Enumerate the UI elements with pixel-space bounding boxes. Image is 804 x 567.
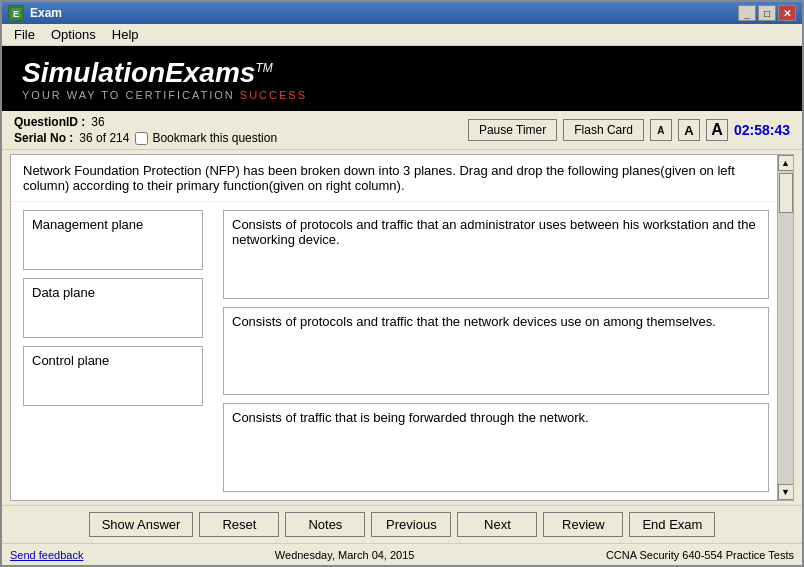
logo: SimulationExamsTM YOUR WAY TO CERTIFICAT… <box>22 57 307 101</box>
drag-drop-area: Management plane Data plane Control plan… <box>11 202 793 500</box>
scroll-thumb[interactable] <box>779 173 793 213</box>
flash-card-button[interactable]: Flash Card <box>563 119 644 141</box>
menu-help[interactable]: Help <box>104 25 147 44</box>
font-small-button[interactable]: A <box>650 119 672 141</box>
app-icon: E <box>8 5 24 21</box>
scroll-down-button[interactable]: ▼ <box>778 484 794 500</box>
description-management[interactable]: Consists of protocols and traffic that a… <box>223 210 769 299</box>
plane-item-data[interactable]: Data plane <box>23 278 203 338</box>
minimize-button[interactable]: _ <box>738 5 756 21</box>
bookmark-checkbox[interactable] <box>135 132 148 145</box>
content-area: Network Foundation Protection (NFP) has … <box>10 154 794 501</box>
menu-file[interactable]: File <box>6 25 43 44</box>
reset-button[interactable]: Reset <box>199 512 279 537</box>
status-exam-name: CCNA Security 640-554 Practice Tests <box>606 549 794 561</box>
serial-value: 36 of 214 <box>79 131 129 145</box>
feedback-link[interactable]: Send feedback <box>10 549 83 561</box>
serial-row: Serial No : 36 of 214 Bookmark this ques… <box>14 131 277 145</box>
status-date: Wednesday, March 04, 2015 <box>103 549 586 561</box>
maximize-button[interactable]: □ <box>758 5 776 21</box>
brand-name: SimulationExamsTM <box>22 57 307 89</box>
question-text: Network Foundation Protection (NFP) has … <box>11 155 793 202</box>
plane-item-management[interactable]: Management plane <box>23 210 203 270</box>
pause-timer-button[interactable]: Pause Timer <box>468 119 557 141</box>
main-window: E Exam _ □ ✕ File Options Help Simulatio… <box>0 0 804 567</box>
close-button[interactable]: ✕ <box>778 5 796 21</box>
description-control[interactable]: Consists of traffic that is being forwar… <box>223 403 769 492</box>
info-bar: QuestionID : 36 Serial No : 36 of 214 Bo… <box>2 111 802 150</box>
next-button[interactable]: Next <box>457 512 537 537</box>
question-id-label: QuestionID : <box>14 115 85 129</box>
serial-label: Serial No : <box>14 131 73 145</box>
bottom-toolbar: Show Answer Reset Notes Previous Next Re… <box>2 505 802 543</box>
title-bar: E Exam _ □ ✕ <box>2 2 802 24</box>
info-controls: Pause Timer Flash Card A A A 02:58:43 <box>468 119 790 141</box>
question-id-row: QuestionID : 36 <box>14 115 277 129</box>
font-medium-button[interactable]: A <box>678 119 700 141</box>
right-column: Consists of protocols and traffic that a… <box>223 210 769 492</box>
menu-bar: File Options Help <box>2 24 802 46</box>
window-controls: _ □ ✕ <box>738 5 796 21</box>
end-exam-button[interactable]: End Exam <box>629 512 715 537</box>
svg-text:E: E <box>13 9 19 19</box>
logo-area: SimulationExamsTM YOUR WAY TO CERTIFICAT… <box>2 46 802 111</box>
bookmark-area: Bookmark this question <box>135 131 277 145</box>
font-large-button[interactable]: A <box>706 119 728 141</box>
description-data[interactable]: Consists of protocols and traffic that t… <box>223 307 769 396</box>
plane-item-control[interactable]: Control plane <box>23 346 203 406</box>
status-bar: Send feedback Wednesday, March 04, 2015 … <box>2 543 802 565</box>
notes-button[interactable]: Notes <box>285 512 365 537</box>
previous-button[interactable]: Previous <box>371 512 451 537</box>
scroll-up-button[interactable]: ▲ <box>778 155 794 171</box>
menu-options[interactable]: Options <box>43 25 104 44</box>
show-answer-button[interactable]: Show Answer <box>89 512 194 537</box>
timer-display: 02:58:43 <box>734 122 790 138</box>
question-id-value: 36 <box>91 115 104 129</box>
tagline: YOUR WAY TO CERTIFICATION SUCCESS <box>22 89 307 101</box>
left-column: Management plane Data plane Control plan… <box>23 210 203 492</box>
window-title: Exam <box>30 6 62 20</box>
scrollbar[interactable]: ▲ ▼ <box>777 155 793 500</box>
review-button[interactable]: Review <box>543 512 623 537</box>
question-info: QuestionID : 36 Serial No : 36 of 214 Bo… <box>14 115 277 145</box>
bookmark-label: Bookmark this question <box>152 131 277 145</box>
